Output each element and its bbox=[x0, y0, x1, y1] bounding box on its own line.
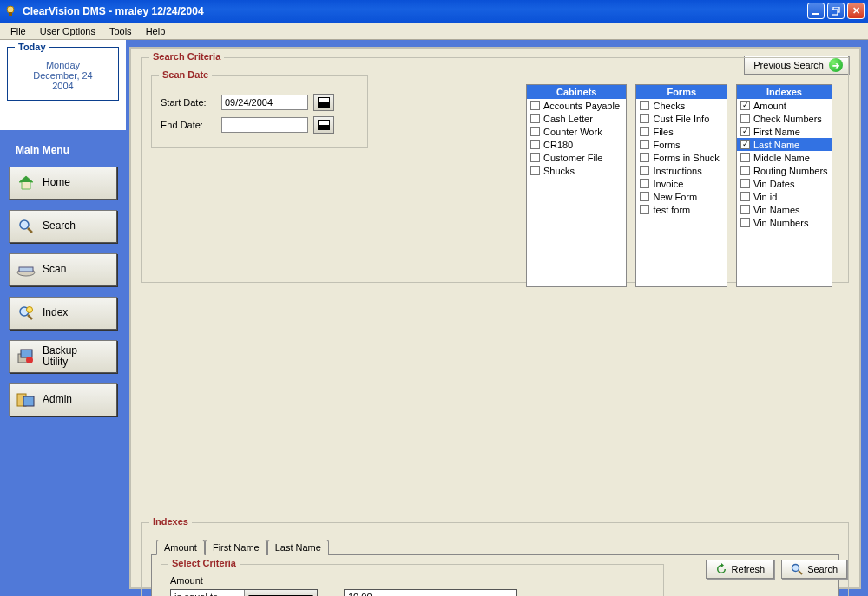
checkbox-icon: ✓ bbox=[740, 101, 750, 110]
svg-rect-10 bbox=[19, 267, 33, 272]
menu-backup[interactable]: BackupUtility bbox=[9, 340, 117, 373]
today-year: 2004 bbox=[15, 81, 111, 91]
list-item[interactable]: Files bbox=[636, 125, 727, 138]
list-item-label: First Name bbox=[753, 127, 800, 137]
svg-point-19 bbox=[792, 565, 799, 572]
select-criteria-legend: Select Criteria bbox=[168, 558, 240, 568]
list-item-label: Vin Names bbox=[753, 205, 800, 215]
checkbox-icon bbox=[530, 114, 540, 123]
list-item[interactable]: Routing Numbers bbox=[737, 164, 832, 177]
window-title: ClearVision DMS - mraley 12/24/2004 bbox=[23, 5, 204, 17]
criteria-value-input[interactable] bbox=[344, 589, 517, 596]
menu-index[interactable]: Index bbox=[9, 297, 117, 330]
list-item[interactable]: CR180 bbox=[527, 138, 626, 151]
svg-rect-4 bbox=[832, 10, 838, 15]
chevron-down-icon bbox=[244, 590, 318, 596]
calendar-icon bbox=[318, 120, 330, 130]
list-item-label: Instructions bbox=[653, 166, 701, 176]
select-criteria-group: Select Criteria Amount is equal to. bbox=[161, 564, 664, 596]
checkbox-icon bbox=[740, 205, 750, 214]
list-item[interactable]: ✓Last Name bbox=[737, 138, 832, 151]
list-item-label: Forms bbox=[653, 140, 680, 150]
checkbox-icon bbox=[740, 218, 750, 227]
admin-icon bbox=[16, 390, 36, 409]
minimize-button[interactable] bbox=[807, 3, 825, 19]
list-item[interactable]: Cash Letter bbox=[527, 112, 626, 125]
list-item-label: Amount bbox=[753, 101, 786, 111]
menu-backup-label: BackupUtility bbox=[43, 345, 77, 368]
search-label: Search bbox=[807, 564, 838, 574]
menu-scan[interactable]: Scan bbox=[9, 253, 117, 286]
list-item-label: Invoice bbox=[653, 179, 683, 189]
menu-home[interactable]: Home bbox=[9, 167, 117, 200]
list-item-label: Shucks bbox=[543, 166, 575, 176]
svg-point-0 bbox=[7, 6, 14, 13]
list-item[interactable]: Checks bbox=[636, 99, 727, 112]
list-item[interactable]: Vin id bbox=[737, 190, 832, 203]
svg-rect-1 bbox=[9, 12, 12, 16]
list-item[interactable]: Check Numbers bbox=[737, 112, 832, 125]
tab-last-name[interactable]: Last Name bbox=[267, 540, 329, 555]
checkbox-icon bbox=[740, 166, 750, 175]
svg-point-16 bbox=[26, 357, 33, 363]
title-bar: ClearVision DMS - mraley 12/24/2004 ✕ bbox=[0, 0, 868, 23]
list-item[interactable]: test form bbox=[636, 203, 727, 216]
tab-first-name[interactable]: First Name bbox=[205, 540, 267, 555]
checkbox-icon bbox=[530, 127, 540, 136]
start-date-label: Start Date: bbox=[161, 97, 221, 108]
checkbox-icon bbox=[530, 140, 540, 149]
list-item-label: Customer File bbox=[543, 153, 602, 163]
operator-select[interactable]: is equal to. bbox=[170, 589, 318, 596]
restore-button[interactable] bbox=[827, 3, 845, 19]
close-button[interactable]: ✕ bbox=[847, 3, 865, 19]
start-date-calendar-button[interactable] bbox=[313, 94, 334, 111]
list-item[interactable]: Customer File bbox=[527, 151, 626, 164]
svg-line-20 bbox=[799, 571, 802, 574]
checkbox-icon bbox=[640, 114, 649, 123]
menu-admin[interactable]: Admin bbox=[9, 383, 117, 416]
forms-list[interactable]: Forms ChecksCust File InfoFilesFormsForm… bbox=[635, 84, 727, 287]
list-item[interactable]: ✓Amount bbox=[737, 99, 832, 112]
menu-scan-label: Scan bbox=[43, 264, 66, 275]
indexes-list[interactable]: Indexes ✓AmountCheck Numbers✓First Name✓… bbox=[736, 84, 832, 287]
checkbox-icon: ✓ bbox=[740, 127, 750, 136]
menu-file[interactable]: File bbox=[3, 24, 33, 38]
menu-user-options[interactable]: User Options bbox=[33, 24, 102, 38]
cabinets-header: Cabinets bbox=[527, 85, 626, 99]
svg-line-12 bbox=[28, 315, 32, 319]
list-item[interactable]: Counter Work bbox=[527, 125, 626, 138]
checkbox-icon bbox=[530, 166, 540, 175]
list-item[interactable]: Invoice bbox=[636, 177, 727, 190]
today-date: December, 24 bbox=[15, 70, 111, 81]
list-item[interactable]: ✓First Name bbox=[737, 125, 832, 138]
list-item[interactable]: Cust File Info bbox=[636, 112, 727, 125]
checkbox-icon bbox=[530, 101, 540, 110]
menu-search[interactable]: Search bbox=[9, 210, 117, 243]
list-item[interactable]: Forms bbox=[636, 138, 727, 151]
list-item[interactable]: Middle Name bbox=[737, 151, 832, 164]
end-date-input[interactable] bbox=[221, 117, 308, 133]
search-icon bbox=[791, 563, 803, 575]
list-item[interactable]: Accounts Payable bbox=[527, 99, 626, 112]
start-date-input[interactable] bbox=[221, 95, 308, 110]
list-item-label: Middle Name bbox=[753, 153, 810, 163]
tab-amount[interactable]: Amount bbox=[156, 540, 205, 555]
checkbox-icon bbox=[640, 166, 649, 175]
checkbox-icon bbox=[640, 101, 649, 110]
list-item[interactable]: New Form bbox=[636, 190, 727, 203]
cabinets-list[interactable]: Cabinets Accounts PayableCash LetterCoun… bbox=[526, 84, 627, 287]
app-icon bbox=[3, 4, 17, 18]
menu-search-label: Search bbox=[43, 220, 76, 232]
list-item[interactable]: Forms in Shuck bbox=[636, 151, 727, 164]
list-item[interactable]: Vin Numbers bbox=[737, 216, 832, 229]
list-item[interactable]: Shucks bbox=[527, 164, 626, 177]
menu-tools[interactable]: Tools bbox=[102, 24, 139, 38]
menu-help[interactable]: Help bbox=[139, 24, 173, 38]
list-item[interactable]: Instructions bbox=[636, 164, 727, 177]
list-item[interactable]: Vin Dates bbox=[737, 177, 832, 190]
refresh-button[interactable]: Refresh bbox=[706, 560, 775, 579]
search-button[interactable]: Search bbox=[781, 560, 847, 579]
end-date-calendar-button[interactable] bbox=[313, 116, 334, 134]
list-item[interactable]: Vin Names bbox=[737, 203, 832, 216]
checkbox-icon bbox=[740, 179, 750, 188]
